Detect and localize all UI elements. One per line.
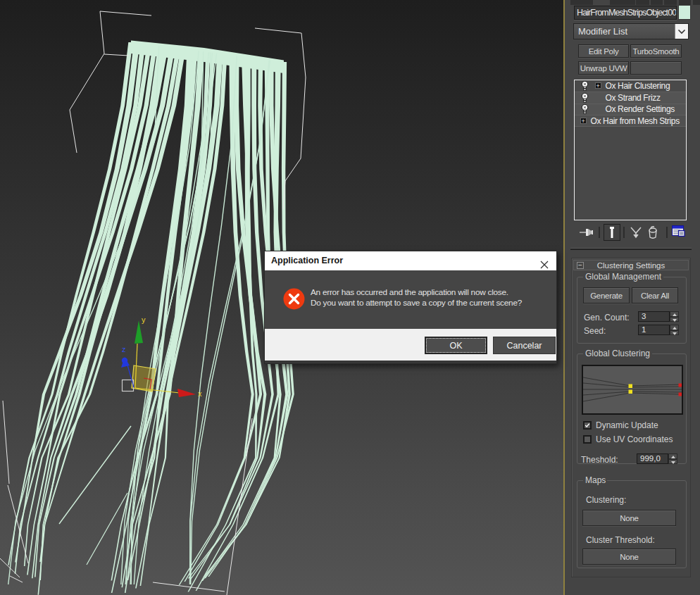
svg-text:z: z xyxy=(122,345,126,353)
svg-text:x: x xyxy=(198,389,202,398)
svg-text:y: y xyxy=(142,315,146,324)
